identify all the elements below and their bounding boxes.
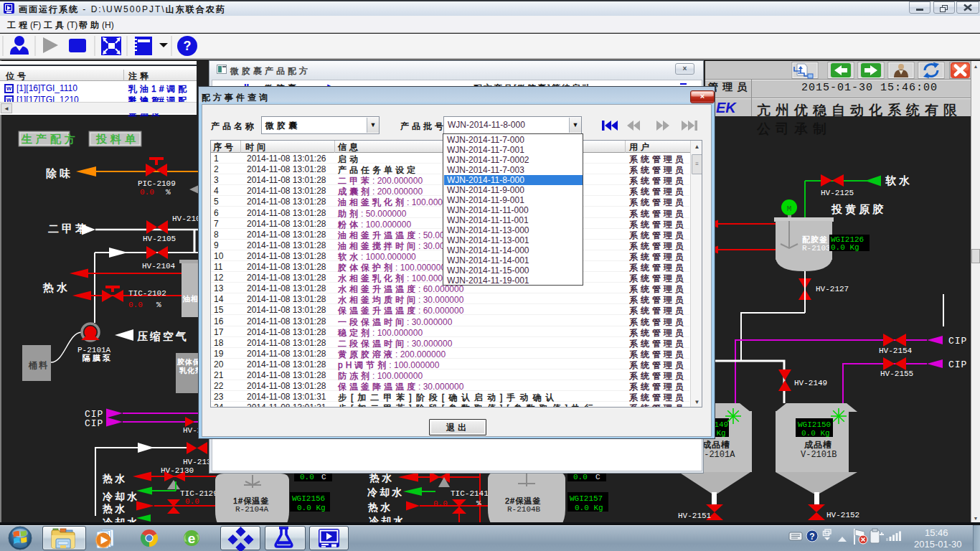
svg-text:C: C xyxy=(595,473,600,481)
svg-text:HV-2154: HV-2154 xyxy=(879,347,913,355)
svg-text:CIP: CIP xyxy=(948,336,967,347)
svg-text:0.0: 0.0 xyxy=(140,188,154,197)
svg-text:0.0: 0.0 xyxy=(185,497,199,506)
svg-text:HV-2152: HV-2152 xyxy=(826,511,859,519)
svg-text:0.0 Kg: 0.0 Kg xyxy=(297,504,326,512)
svg-text:HV-2149: HV-2149 xyxy=(794,379,827,387)
svg-text:TIC-2102: TIC-2102 xyxy=(128,289,166,298)
svg-text:HV-2151: HV-2151 xyxy=(678,512,712,520)
svg-text:%: % xyxy=(156,301,161,309)
svg-text:成品槽: 成品槽 xyxy=(702,440,730,450)
svg-text:%: % xyxy=(166,188,171,197)
svg-text:0.0: 0.0 xyxy=(433,499,448,508)
svg-text:C: C xyxy=(321,473,326,481)
svg-text:WGI2157: WGI2157 xyxy=(570,494,603,503)
svg-text:0.0: 0.0 xyxy=(300,473,314,481)
svg-text:0.0 Kg: 0.0 Kg xyxy=(831,243,859,252)
svg-text:HV-2155: HV-2155 xyxy=(880,369,913,378)
svg-text:%: % xyxy=(476,499,481,508)
svg-text:热水: 热水 xyxy=(369,472,394,484)
svg-text:0.0: 0.0 xyxy=(128,301,143,309)
svg-text:压缩空气: 压缩空气 xyxy=(137,330,189,342)
svg-text:桶料: 桶料 xyxy=(28,360,49,370)
svg-text:软水: 软水 xyxy=(885,174,913,187)
svg-text:M: M xyxy=(787,204,792,213)
svg-text:油相: 油相 xyxy=(182,295,199,303)
svg-text:热水: 热水 xyxy=(103,503,127,514)
svg-text:投黄原胶: 投黄原胶 xyxy=(831,203,886,215)
svg-text:配胶釜: 配胶釜 xyxy=(802,235,828,244)
svg-text:HV-2125: HV-2125 xyxy=(821,189,854,197)
svg-text:冷却水: 冷却水 xyxy=(367,486,404,498)
svg-text:WGI2156: WGI2156 xyxy=(292,494,325,503)
svg-text:CIP: CIP xyxy=(948,359,967,370)
svg-text:CIP: CIP xyxy=(85,418,103,429)
svg-text:除味: 除味 xyxy=(46,167,73,179)
svg-text:冷却水: 冷却水 xyxy=(103,491,139,502)
svg-text:热水: 热水 xyxy=(42,281,70,293)
svg-text:R-2104A: R-2104A xyxy=(235,505,269,514)
svg-text:生产配方: 生产配方 xyxy=(22,133,79,145)
svg-text:隔膜泵: 隔膜泵 xyxy=(83,354,113,362)
svg-text:?: ? xyxy=(809,532,814,542)
svg-text:0.0 Kg: 0.0 Kg xyxy=(801,429,830,438)
svg-text:V-2101B: V-2101B xyxy=(801,450,837,460)
svg-text:e: e xyxy=(188,531,196,546)
svg-text:0.0: 0.0 xyxy=(573,473,588,481)
svg-text:投料单: 投料单 xyxy=(96,133,139,145)
svg-text:WGI2150: WGI2150 xyxy=(798,420,831,429)
svg-text:V-2101A: V-2101A xyxy=(699,450,735,460)
svg-text:热水: 热水 xyxy=(368,501,392,513)
svg-text:R-2103: R-2103 xyxy=(802,244,831,253)
svg-text:HV-2127: HV-2127 xyxy=(816,285,849,293)
svg-text:HV-2105: HV-2105 xyxy=(143,235,176,243)
svg-text:成品槽: 成品槽 xyxy=(804,440,832,450)
svg-text:1#保温釜: 1#保温釜 xyxy=(233,496,269,505)
svg-text:HV-213: HV-213 xyxy=(183,458,212,466)
svg-text:HV-2104: HV-2104 xyxy=(142,262,176,270)
svg-text:TIC-2141A: TIC-2141A xyxy=(451,489,494,498)
svg-text:R-2104B: R-2104B xyxy=(507,505,541,514)
svg-text:0.0 Kg: 0.0 Kg xyxy=(575,504,603,512)
svg-text:热水: 热水 xyxy=(103,473,127,484)
svg-text:PIC-2109: PIC-2109 xyxy=(138,179,176,188)
svg-text:2#保温釜: 2#保温釜 xyxy=(505,496,541,505)
